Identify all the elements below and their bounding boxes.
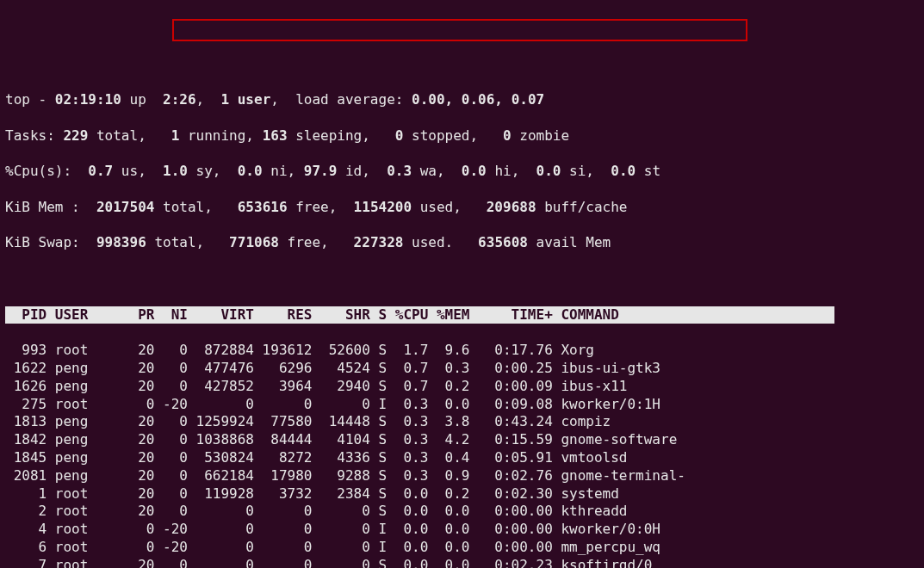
process-row[interactable]: 4 root 0 -20 0 0 0 I 0.0 0.0 0:00.00 kwo… bbox=[5, 521, 919, 539]
process-row[interactable]: 1622 peng 20 0 477476 6296 4524 S 0.7 0.… bbox=[5, 360, 919, 378]
summary-line-mem: KiB Mem : 2017504 total, 653616 free, 11… bbox=[5, 199, 919, 217]
column-header-row[interactable]: PID USER PR NI VIRT RES SHR S %CPU %MEM … bbox=[5, 306, 919, 324]
summary-line-swap: KiB Swap: 998396 total, 771068 free, 227… bbox=[5, 234, 919, 252]
process-row[interactable]: 2081 peng 20 0 662184 17980 9288 S 0.3 0… bbox=[5, 467, 919, 485]
process-row[interactable]: 1845 peng 20 0 530824 8272 4336 S 0.3 0.… bbox=[5, 449, 919, 467]
process-row[interactable]: 2 root 20 0 0 0 0 S 0.0 0.0 0:00.00 kthr… bbox=[5, 503, 919, 521]
process-row[interactable]: 7 root 20 0 0 0 0 S 0.0 0.0 0:02.23 ksof… bbox=[5, 557, 919, 568]
process-row[interactable]: 993 root 20 0 872884 193612 52600 S 1.7 … bbox=[5, 342, 919, 360]
process-row[interactable]: 6 root 0 -20 0 0 0 I 0.0 0.0 0:00.00 mm_… bbox=[5, 539, 919, 557]
process-row[interactable]: 1813 peng 20 0 1259924 77580 14448 S 0.3… bbox=[5, 413, 919, 431]
summary-line-uptime: top - 02:19:10 up 2:26, 1 user, load ave… bbox=[5, 91, 919, 109]
process-list[interactable]: 993 root 20 0 872884 193612 52600 S 1.7 … bbox=[5, 342, 919, 568]
top-terminal[interactable]: top - 02:19:10 up 2:26, 1 user, load ave… bbox=[0, 71, 924, 568]
column-header[interactable]: PID USER PR NI VIRT RES SHR S %CPU %MEM … bbox=[5, 306, 834, 324]
tasks-highlight-box bbox=[172, 19, 747, 41]
blank-line bbox=[5, 270, 919, 288]
summary-line-tasks: Tasks: 229 total, 1 running, 163 sleepin… bbox=[5, 127, 919, 145]
process-row[interactable]: 1842 peng 20 0 1038868 84444 4104 S 0.3 … bbox=[5, 431, 919, 449]
process-row[interactable]: 1626 peng 20 0 427852 3964 2940 S 0.7 0.… bbox=[5, 378, 919, 396]
process-row[interactable]: 275 root 0 -20 0 0 0 I 0.3 0.0 0:09.08 k… bbox=[5, 396, 919, 414]
summary-line-cpu: %Cpu(s): 0.7 us, 1.0 sy, 0.0 ni, 97.9 id… bbox=[5, 163, 919, 181]
process-row[interactable]: 1 root 20 0 119928 3732 2384 S 0.0 0.2 0… bbox=[5, 485, 919, 503]
